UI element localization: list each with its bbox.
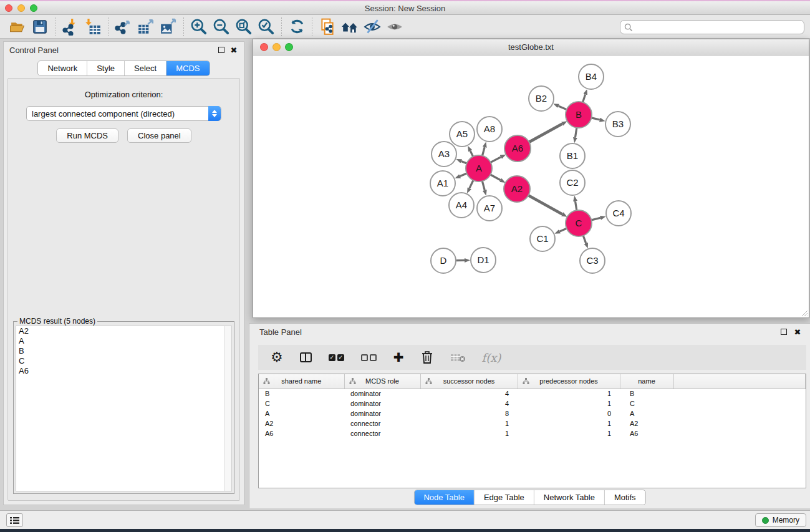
- graph-node-A8[interactable]: A8: [477, 117, 502, 142]
- close-panel-button[interactable]: Close panel: [127, 128, 191, 143]
- import-network-button[interactable]: [59, 16, 82, 37]
- zoom-out-button[interactable]: [210, 16, 233, 37]
- refresh-button[interactable]: [286, 16, 308, 37]
- graph-edge-B-B4[interactable]: [583, 95, 586, 103]
- float-panel-icon[interactable]: [218, 46, 225, 54]
- graph-edge-C-C1[interactable]: [560, 228, 567, 231]
- column-header-shared-name[interactable]: shared name: [259, 374, 344, 389]
- table-cell[interactable]: C: [259, 399, 344, 409]
- mcds-result-item[interactable]: A6: [16, 366, 231, 376]
- graph-edge-B-B2[interactable]: [559, 106, 567, 110]
- tab-mcds[interactable]: MCDS: [166, 61, 209, 75]
- graph-edge-B-B1[interactable]: [575, 128, 576, 138]
- column-header-MCDS-role[interactable]: MCDS role: [344, 374, 420, 389]
- export-network-button[interactable]: [112, 16, 135, 37]
- graph-edge-C-C2[interactable]: [576, 201, 577, 211]
- add-column-button[interactable]: ✚: [393, 351, 404, 364]
- graph-node-B3[interactable]: B3: [605, 112, 630, 137]
- table-cell[interactable]: 1: [420, 428, 518, 438]
- table-cell[interactable]: 1: [518, 399, 620, 409]
- search-input[interactable]: [633, 21, 804, 34]
- export-table-button[interactable]: [135, 16, 157, 37]
- close-panel-icon[interactable]: ✖: [230, 46, 238, 54]
- graph-edge-A-A4[interactable]: [470, 180, 473, 188]
- graph-node-C2[interactable]: C2: [560, 170, 585, 195]
- new-network-from-selection-button[interactable]: [316, 16, 339, 37]
- zoom-fit-button[interactable]: [233, 16, 255, 37]
- column-header-name[interactable]: name: [620, 374, 673, 389]
- graph-node-A6[interactable]: A6: [504, 135, 531, 162]
- graph-node-A4[interactable]: A4: [449, 193, 474, 218]
- home-networks-button[interactable]: [339, 16, 361, 37]
- resize-grip-icon[interactable]: [799, 308, 808, 317]
- table-cell[interactable]: 1: [518, 418, 620, 428]
- graph-node-C1[interactable]: C1: [530, 226, 555, 251]
- search-field[interactable]: [620, 20, 804, 34]
- graph-edge-A-A8[interactable]: [482, 147, 485, 156]
- table-settings-button[interactable]: ⚙: [271, 351, 283, 364]
- table-cell[interactable]: 8: [420, 409, 518, 418]
- show-panels-button[interactable]: [383, 16, 406, 37]
- delete-column-button[interactable]: [421, 351, 433, 364]
- graph-node-B2[interactable]: B2: [529, 86, 554, 111]
- mcds-result-item[interactable]: B: [16, 346, 231, 356]
- column-header-successor-nodes[interactable]: successor nodes: [420, 374, 518, 389]
- mcds-result-item[interactable]: C: [16, 356, 231, 366]
- table-cell[interactable]: A6: [620, 428, 673, 438]
- table-row[interactable]: A2connector11A2: [259, 418, 806, 428]
- network-canvas[interactable]: AA6A2BCA5A8A3A1A4A7B2B4B3B1C2C4C1C3DD1: [253, 56, 809, 317]
- table-row[interactable]: A6connector11A6: [259, 428, 806, 438]
- tab-network[interactable]: Network: [38, 61, 87, 75]
- table-cell[interactable]: 1: [518, 428, 620, 438]
- select-all-button[interactable]: ✓ ✓: [329, 354, 344, 361]
- table-cell[interactable]: B: [259, 389, 344, 399]
- graph-edge-A-A3[interactable]: [461, 161, 467, 163]
- table-tab-node-table[interactable]: Node Table: [414, 490, 474, 505]
- graph-edge-A-A5[interactable]: [470, 151, 473, 157]
- graph-node-A[interactable]: A: [466, 155, 492, 181]
- result-list-scrollbar[interactable]: [224, 326, 231, 491]
- table-cell[interactable]: A6: [259, 428, 344, 438]
- export-image-button[interactable]: [157, 16, 180, 37]
- table-cell[interactable]: B: [620, 389, 673, 399]
- table-row[interactable]: Bdominator41B: [259, 389, 806, 399]
- tab-select[interactable]: Select: [124, 61, 166, 75]
- table-cell[interactable]: dominator: [344, 399, 420, 409]
- table-cell[interactable]: 0: [518, 409, 620, 418]
- column-header-predecessor-nodes[interactable]: predecessor nodes: [518, 374, 620, 389]
- graph-edge-A-A7[interactable]: [482, 181, 485, 190]
- graph-node-C[interactable]: C: [566, 210, 592, 236]
- graph-node-A3[interactable]: A3: [432, 142, 456, 167]
- table-cell[interactable]: A: [620, 409, 673, 418]
- import-table-button[interactable]: [82, 16, 104, 37]
- table-cell[interactable]: dominator: [344, 389, 420, 399]
- table-cell[interactable]: 1: [518, 389, 620, 399]
- graph-node-B[interactable]: B: [566, 102, 592, 128]
- mcds-result-list[interactable]: A2ABCA6: [16, 326, 232, 491]
- task-history-button[interactable]: [6, 513, 23, 527]
- graph-node-B1[interactable]: B1: [560, 143, 585, 168]
- table-tab-edge-table[interactable]: Edge Table: [474, 490, 534, 505]
- graph-node-A1[interactable]: A1: [430, 171, 455, 196]
- graph-node-C4[interactable]: C4: [606, 201, 631, 226]
- graph-edge-C-C3[interactable]: [583, 236, 586, 243]
- table-cell[interactable]: C: [620, 399, 673, 409]
- table-row[interactable]: Adominator80A: [259, 409, 806, 418]
- network-window-titlebar[interactable]: testGlobe.txt: [253, 39, 809, 56]
- show-columns-button[interactable]: [300, 352, 312, 362]
- table-cell[interactable]: dominator: [344, 409, 420, 418]
- zoom-in-button[interactable]: [188, 16, 210, 37]
- table-cell[interactable]: 4: [420, 399, 518, 409]
- mcds-result-item[interactable]: A: [16, 336, 231, 346]
- graph-edge-C-C4[interactable]: [591, 218, 600, 220]
- graph-node-A2[interactable]: A2: [504, 176, 530, 202]
- memory-button[interactable]: Memory: [755, 513, 806, 527]
- save-session-button[interactable]: [29, 16, 51, 37]
- table-cell[interactable]: connector: [344, 418, 420, 428]
- zoom-selected-button[interactable]: [255, 16, 277, 37]
- float-table-panel-icon[interactable]: [780, 328, 788, 336]
- graph-node-B4[interactable]: B4: [579, 64, 604, 89]
- graph-edge-A-A6[interactable]: [491, 157, 501, 163]
- graph-edge-A6-B[interactable]: [529, 123, 562, 142]
- graph-edge-A2-C[interactable]: [528, 195, 562, 214]
